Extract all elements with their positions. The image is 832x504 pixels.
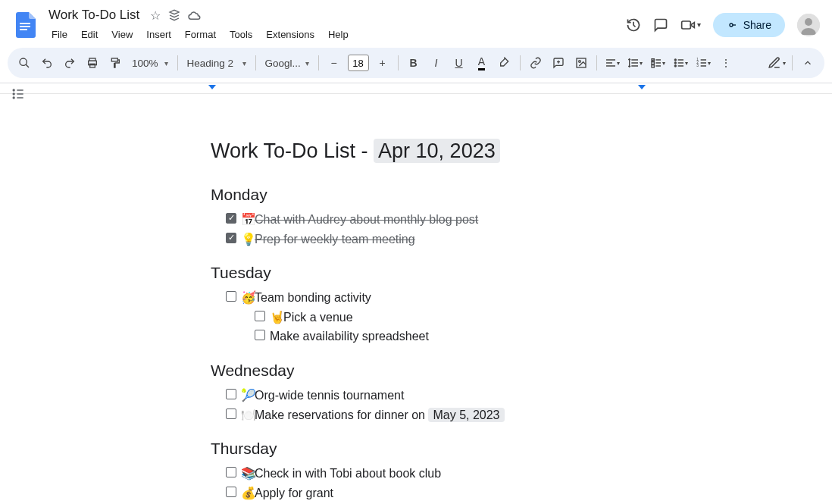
svg-point-13	[578, 61, 580, 63]
app-header: Work To-Do List ☆ File Edit View Insert …	[0, 0, 832, 45]
section-heading[interactable]: Thursday	[211, 440, 832, 458]
menu-edit[interactable]: Edit	[75, 26, 104, 43]
font-size-increase[interactable]: +	[372, 52, 393, 74]
numbered-list-icon[interactable]: 123▾	[693, 52, 714, 74]
history-icon[interactable]	[626, 17, 641, 33]
share-button[interactable]: Share	[713, 13, 785, 37]
zoom-selector[interactable]: 100%▾	[127, 58, 173, 69]
comment-icon[interactable]	[653, 17, 668, 33]
checkbox[interactable]	[226, 467, 236, 477]
collapse-toolbar-icon[interactable]	[797, 52, 818, 74]
print-icon[interactable]	[82, 52, 103, 74]
user-avatar[interactable]	[797, 14, 820, 36]
editing-mode-icon[interactable]: ▾	[766, 52, 787, 74]
checklist-item[interactable]: 💡Prep for weekly team meeting	[226, 230, 832, 249]
svg-point-24	[13, 93, 14, 95]
more-icon[interactable]: ⋮	[715, 52, 737, 74]
doc-title-heading[interactable]: Work To-Do List - Apr 10, 2023	[211, 139, 832, 163]
checklist-item[interactable]: 📅Chat with Audrey about monthly blog pos…	[226, 210, 832, 230]
font-size-input[interactable]	[348, 55, 369, 71]
checklist-item[interactable]: 💰Apply for grant	[226, 484, 832, 503]
menu-help[interactable]: Help	[322, 26, 355, 43]
line-spacing-icon[interactable]: ▾	[624, 52, 646, 74]
underline-icon[interactable]: U	[449, 52, 470, 74]
meet-icon[interactable]: ▾	[680, 17, 701, 33]
document-canvas[interactable]: Work To-Do List - Apr 10, 2023 Monday📅Ch…	[0, 94, 832, 502]
menu-extensions[interactable]: Extensions	[260, 26, 321, 43]
checkbox[interactable]	[226, 233, 236, 243]
highlight-icon[interactable]	[494, 52, 515, 74]
bold-icon[interactable]: B	[403, 52, 424, 74]
date-chip[interactable]: May 5, 2023	[428, 408, 504, 422]
menu-tools[interactable]: Tools	[224, 26, 258, 43]
italic-icon[interactable]: I	[426, 52, 447, 74]
svg-rect-16	[652, 65, 654, 67]
section-heading[interactable]: Tuesday	[211, 264, 832, 282]
ruler-indent-right-icon[interactable]	[638, 85, 646, 89]
text-color-icon[interactable]: A	[471, 52, 493, 74]
checklist-item[interactable]: 🎾Org-wide tennis tournament	[226, 386, 832, 405]
section-heading[interactable]: Monday	[211, 186, 832, 204]
svg-rect-3	[681, 21, 690, 29]
font-size-decrease[interactable]: −	[324, 52, 345, 74]
share-label: Share	[743, 19, 771, 31]
outline-toggle-icon[interactable]	[11, 86, 26, 102]
checklist-item[interactable]: 🤘Pick a venue	[226, 308, 832, 327]
checkbox[interactable]	[226, 291, 236, 302]
checkbox[interactable]	[226, 213, 236, 224]
checklist-item-text: 💰Apply for grant	[241, 484, 333, 503]
undo-icon[interactable]	[36, 52, 58, 74]
checkbox[interactable]	[255, 311, 265, 321]
checkbox[interactable]	[226, 389, 236, 399]
ruler-indent-left-icon[interactable]	[208, 85, 216, 89]
svg-point-7	[20, 58, 27, 65]
svg-point-4	[730, 23, 733, 27]
menu-file[interactable]: File	[45, 26, 74, 43]
menu-view[interactable]: View	[105, 26, 139, 43]
checklist-item[interactable]: Make availability spreadsheet	[226, 327, 832, 346]
style-selector[interactable]: Heading 2▾	[183, 58, 251, 69]
menu-format[interactable]: Format	[179, 26, 222, 43]
checklist-item-text: 🥳Team bonding activity	[241, 288, 371, 308]
checklist: 🥳Team bonding activity🤘Pick a venueMake …	[211, 288, 832, 346]
checklist-item[interactable]: 🥳Team bonding activity	[226, 288, 832, 308]
checklist-icon[interactable]: ▾	[647, 52, 668, 74]
align-icon[interactable]: ▾	[602, 52, 623, 74]
checklist: 📅Chat with Audrey about monthly blog pos…	[211, 210, 832, 249]
cloud-saved-icon[interactable]	[188, 10, 202, 20]
link-icon[interactable]	[525, 52, 546, 74]
checklist-item-text: 📚Check in with Tobi about book club	[241, 464, 441, 484]
checklist-item-text: 🎾Org-wide tennis tournament	[241, 386, 404, 405]
docs-logo-icon[interactable]	[12, 11, 39, 39]
document-title[interactable]: Work To-Do List	[45, 6, 142, 24]
checklist-item[interactable]: 📚Check in with Tobi about book club	[226, 464, 832, 484]
checkbox[interactable]	[226, 487, 236, 497]
font-selector[interactable]: Googl...▾	[261, 58, 314, 69]
checkbox[interactable]	[255, 330, 265, 340]
font-size-control: − +	[324, 52, 393, 74]
ruler[interactable]	[0, 83, 832, 94]
checklist-item-text: Make availability spreadsheet	[270, 327, 429, 346]
bulleted-list-icon[interactable]: ▾	[670, 52, 691, 74]
svg-point-19	[674, 65, 676, 67]
checklist-item-text: 🍽️Make reservations for dinner on May 5,…	[241, 405, 505, 425]
redo-icon[interactable]	[59, 52, 80, 74]
add-comment-icon[interactable]	[548, 52, 569, 74]
checklist-item-text: 💡Prep for weekly team meeting	[241, 230, 415, 249]
checklist-item[interactable]: 🍽️Make reservations for dinner on May 5,…	[226, 405, 832, 425]
date-chip[interactable]: Apr 10, 2023	[374, 139, 500, 163]
star-icon[interactable]: ☆	[150, 8, 161, 23]
svg-rect-11	[111, 58, 117, 61]
move-icon[interactable]	[168, 9, 180, 21]
title-area: Work To-Do List ☆ File Edit View Insert …	[45, 6, 620, 43]
svg-rect-0	[20, 23, 30, 24]
search-icon[interactable]	[14, 52, 35, 74]
svg-point-17	[674, 59, 676, 61]
checkbox[interactable]	[226, 409, 236, 419]
paint-format-icon[interactable]	[105, 52, 126, 74]
section-heading[interactable]: Wednesday	[211, 362, 832, 380]
svg-rect-1	[20, 26, 30, 27]
insert-image-icon[interactable]	[571, 52, 592, 74]
svg-rect-15	[652, 62, 654, 64]
menu-insert[interactable]: Insert	[140, 26, 177, 43]
